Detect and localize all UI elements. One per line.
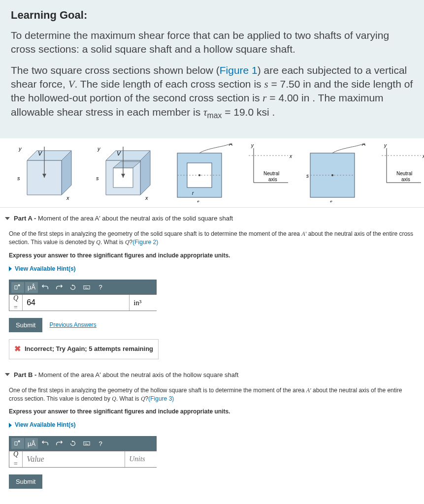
keyboard-button[interactable] <box>80 438 93 449</box>
label-x: x <box>422 154 424 159</box>
svg-marker-27 <box>71 284 73 286</box>
keyboard-icon <box>83 440 90 447</box>
view-hints-button[interactable]: View Available Hint(s) <box>9 421 76 429</box>
keyboard-button[interactable] <box>80 282 93 293</box>
intro-text: . The side length of each cross section … <box>75 78 264 90</box>
reset-button[interactable] <box>66 282 79 293</box>
part-a-title: Part A - Moment of the area A′ about the… <box>14 215 233 222</box>
intro-text: = 7.50 in <box>268 78 311 90</box>
part-a-label: Part A - <box>14 215 38 222</box>
figure-1-link[interactable]: Figure 1 <box>220 64 258 76</box>
var-A: A′ <box>306 387 311 394</box>
value-input[interactable] <box>22 451 125 467</box>
label-neutral: Neutral <box>396 171 412 176</box>
label-y: y <box>97 146 101 152</box>
label-y: y <box>384 143 387 148</box>
label-Aprime: A′ <box>228 143 234 147</box>
label-Aprime: A′ <box>361 143 367 147</box>
intro-text: The two square cross sections shown belo… <box>11 64 220 76</box>
mu-a-label: μÅ <box>26 440 37 447</box>
undo-icon <box>42 440 49 447</box>
template-button[interactable] <box>11 438 24 449</box>
feedback-text: Incorrect; Try Again; 5 attempts remaini… <box>25 345 153 353</box>
view-hints-button[interactable]: View Available Hint(s) <box>9 265 76 273</box>
reset-icon <box>69 440 76 447</box>
part-b-label: Part B - <box>14 371 38 378</box>
equation-toolbar: μÅ ? <box>9 280 157 294</box>
part-b-container: Part B - Moment of the area A′ about the… <box>0 368 424 501</box>
var-Q: Q <box>112 395 116 402</box>
axis-sketch-hollow: y x Neutral axis <box>244 143 293 202</box>
part-b-header[interactable]: Part B - Moment of the area A′ about the… <box>0 368 424 381</box>
svg-rect-33 <box>18 441 20 442</box>
part-a-subtitle: Moment of the area A′ about the neutral … <box>38 215 233 222</box>
svg-rect-25 <box>15 285 17 289</box>
feedback-box: ✖ Incorrect; Try Again; 5 attempts remai… <box>9 339 159 359</box>
part-b-subtitle: Moment of the area A′ about the neutral … <box>38 371 238 378</box>
figure-2-link[interactable]: (Figure 2) <box>132 239 158 246</box>
intro-text: = 19.0 ksi . <box>222 106 275 118</box>
desc-text: . What is <box>100 239 125 246</box>
answer-input-panel: μÅ ? Q = <box>9 436 157 468</box>
redo-icon <box>56 440 63 447</box>
label-s: s <box>197 199 199 202</box>
answer-input-row: Q = <box>9 294 157 311</box>
input-var-label: Q = <box>9 449 22 469</box>
help-label: ? <box>98 284 102 291</box>
undo-button[interactable] <box>39 438 52 449</box>
label-V: V <box>38 150 42 157</box>
units-input[interactable] <box>130 295 189 311</box>
input-var-label: Q = <box>9 293 22 313</box>
submit-row: Submit Previous Answers <box>9 318 415 332</box>
label-V: V <box>117 150 121 157</box>
part-b-title: Part B - Moment of the area A′ about the… <box>14 371 238 378</box>
sub-max: max <box>207 111 222 120</box>
redo-icon <box>56 284 63 291</box>
submit-button[interactable]: Submit <box>9 318 42 332</box>
label-x: x <box>145 195 148 201</box>
redo-button[interactable] <box>53 282 65 293</box>
special-chars-button[interactable]: μÅ <box>25 282 38 293</box>
submit-row: Submit <box>9 474 415 489</box>
intro-paragraph-1: To determine the maximum shear force tha… <box>11 29 413 57</box>
var-Q: Q <box>141 395 145 402</box>
label-y: y <box>251 143 254 148</box>
caret-right-icon <box>9 266 12 271</box>
units-input[interactable] <box>125 451 184 467</box>
figures-row: V y x s V y x s <box>0 138 424 208</box>
label-axis: axis <box>401 177 410 182</box>
hints-label: View Available Hint(s) <box>15 421 76 429</box>
template-button[interactable] <box>11 282 24 293</box>
svg-rect-28 <box>84 285 90 289</box>
redo-button[interactable] <box>53 438 65 449</box>
label-s: s <box>96 175 99 181</box>
part-a-header[interactable]: Part A - Moment of the area A′ about the… <box>0 212 424 225</box>
undo-button[interactable] <box>39 282 52 293</box>
caret-down-icon[interactable] <box>5 373 10 376</box>
help-button[interactable]: ? <box>94 438 107 449</box>
previous-answers-link[interactable]: Previous Answers <box>49 321 96 329</box>
figure-3-link[interactable]: (Figure 3) <box>148 395 174 402</box>
caret-down-icon[interactable] <box>5 217 10 220</box>
submit-button[interactable]: Submit <box>9 474 42 489</box>
desc-text: One of the first steps in analyzing the … <box>9 387 306 394</box>
svg-marker-34 <box>71 441 73 442</box>
var-Q: Q <box>96 239 100 246</box>
part-b-instruction: Express your answer to three significant… <box>9 408 415 416</box>
answer-input-row: Q = <box>9 451 157 468</box>
part-a-description: One of the first steps in analyzing the … <box>9 230 415 247</box>
var-V: V <box>68 78 75 90</box>
label-s: s <box>306 173 309 179</box>
reset-button[interactable] <box>66 438 79 449</box>
help-button[interactable]: ? <box>94 282 107 293</box>
svg-rect-35 <box>84 442 90 445</box>
part-a-body: One of the first steps in analyzing the … <box>0 225 424 364</box>
var-tau: τ <box>203 106 207 118</box>
part-b-description: One of the first steps in analyzing the … <box>9 386 415 403</box>
value-input[interactable] <box>22 295 130 311</box>
answer-input-panel: μÅ ? Q = <box>9 280 157 311</box>
label-s: s <box>330 199 332 202</box>
special-chars-button[interactable]: μÅ <box>25 438 38 449</box>
label-axis: axis <box>268 177 277 182</box>
desc-text: . What is <box>116 395 141 402</box>
